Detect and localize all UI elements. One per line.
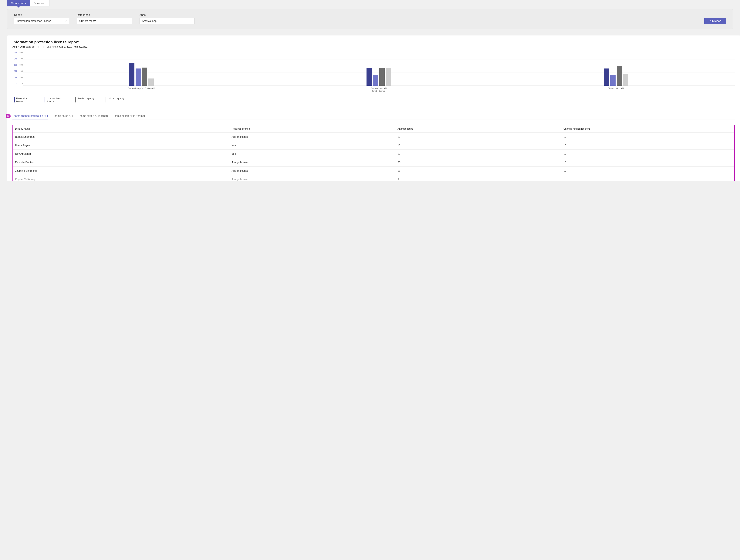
report-card: Information protection license report Au… xyxy=(7,35,740,181)
filter-date-select[interactable]: Current month xyxy=(77,18,132,24)
table-row[interactable]: Danielle BookerAssign license2010 xyxy=(13,158,734,166)
report-range-value: Aug 1, 2021 - Aug 30, 2021 xyxy=(59,45,87,48)
report-title: Information protection license report xyxy=(12,40,735,44)
filter-report-value: Information protection license xyxy=(17,19,51,22)
bar xyxy=(386,68,391,86)
cell-display-name: Babak Shammas xyxy=(13,133,229,141)
tab-patch-api[interactable]: Teams patch API xyxy=(53,114,73,119)
chart-legend: Users with license Users without license… xyxy=(12,97,735,107)
bar-group xyxy=(23,52,260,86)
chart-y-axis-left: 30k 24k 18k 12k 6k 0 xyxy=(12,52,17,86)
cell-attempt-count: 4 xyxy=(395,175,561,181)
cell-required-license[interactable]: Assign license xyxy=(229,158,395,166)
cell-change-sent: 10 xyxy=(561,141,734,150)
bar-group xyxy=(260,52,497,86)
legend-swatch xyxy=(44,97,45,102)
tab-download[interactable]: Download xyxy=(30,0,50,6)
cell-attempt-count: 12 xyxy=(395,133,561,141)
top-tabs: View reports Download xyxy=(7,0,740,6)
filter-apps-value: Archival app xyxy=(142,19,157,22)
chart-y-axis-right: 500 400 300 200 100 0 xyxy=(18,52,23,86)
bar-group-label: Teams export API(chat + teams) xyxy=(260,87,497,93)
bar xyxy=(604,69,609,86)
table-row[interactable]: Roy AppletonYes1210 xyxy=(13,150,734,158)
cell-change-sent: 10 xyxy=(561,158,734,166)
filter-date-label: Date range xyxy=(77,13,132,16)
cell-required-license: Yes xyxy=(229,150,395,158)
filter-date-group: Date range Current month xyxy=(77,13,132,24)
table-row[interactable]: Jazmine SimmonsAssign license1110 xyxy=(13,166,734,175)
legend-swatch xyxy=(14,97,15,102)
report-range-prefix: Date range: xyxy=(47,45,59,48)
th-change-sent[interactable]: Change notification sent xyxy=(561,125,734,133)
report-timestamp-date: Aug 7, 2021 xyxy=(12,45,25,48)
license-chart: 30k 24k 18k 12k 6k 0 500 400 300 200 100… xyxy=(12,52,735,96)
run-report-button[interactable]: Run report xyxy=(704,18,726,24)
table-row[interactable]: Krystal McKinneyAssign license4 xyxy=(13,175,734,181)
report-timestamp-time: 11:59 am (PT) xyxy=(25,45,40,48)
filter-apps-select[interactable]: Archival app xyxy=(140,18,195,24)
meta-separator: | xyxy=(43,45,43,48)
chart-x-labels: Teams change notification APITeams expor… xyxy=(23,87,735,93)
cell-display-name: Roy Appleton xyxy=(13,150,229,158)
table-row[interactable]: Babak ShammasAssign license1210 xyxy=(13,133,734,141)
cell-required-license[interactable]: Assign license xyxy=(229,133,395,141)
legend-seeded-capacity: Seeded capacity xyxy=(75,97,94,103)
th-attempt-count[interactable]: Attempt count xyxy=(395,125,561,133)
tab-export-chat[interactable]: Teams export APIs (chat) xyxy=(78,114,108,119)
bar xyxy=(623,74,628,86)
bar-group-label: Teams patch API xyxy=(497,87,735,93)
data-tabs: 10 Teams change notification API Teams p… xyxy=(12,114,735,119)
bar xyxy=(129,63,134,86)
cell-required-license[interactable]: Assign license xyxy=(229,175,395,181)
filter-panel: Report Information protection license Da… xyxy=(7,9,733,29)
bar xyxy=(617,66,622,86)
tab-export-teams[interactable]: Teams export APIs (teams) xyxy=(113,114,145,119)
filter-report-group: Report Information protection license xyxy=(14,13,69,24)
cell-display-name: Hilary Reyes xyxy=(13,141,229,150)
annotation-badge: 10 xyxy=(6,114,10,118)
cell-required-license: Yes xyxy=(229,141,395,150)
cell-change-sent: 10 xyxy=(561,150,734,158)
chevron-down-icon xyxy=(65,20,67,22)
cell-change-sent: 10 xyxy=(561,133,734,141)
tab-view-reports[interactable]: View reports xyxy=(7,0,30,6)
bar xyxy=(135,69,141,86)
filter-apps-label: Apps xyxy=(140,13,195,16)
cell-display-name: Danielle Booker xyxy=(13,158,229,166)
filter-date-value: Current month xyxy=(79,19,96,22)
cell-required-license[interactable]: Assign license xyxy=(229,166,395,175)
bar-group-label: Teams change notification API xyxy=(23,87,260,93)
filter-apps-group: Apps Archival app xyxy=(140,13,195,24)
th-display-name[interactable]: Display name ↓ xyxy=(13,125,229,133)
legend-users-without-license: Users without license xyxy=(44,97,64,103)
cell-display-name: Krystal McKinney xyxy=(13,175,229,181)
cell-display-name: Jazmine Simmons xyxy=(13,166,229,175)
cell-attempt-count: 11 xyxy=(395,166,561,175)
table-row[interactable]: Hilary ReyesYes1310 xyxy=(13,141,734,150)
th-required-license[interactable]: Required license xyxy=(229,125,395,133)
cell-change-sent xyxy=(561,175,734,181)
cell-attempt-count: 12 xyxy=(395,150,561,158)
cell-change-sent: 10 xyxy=(561,166,734,175)
bar xyxy=(373,75,378,86)
report-meta: Aug 7, 2021 11:59 am (PT) | Date range: … xyxy=(12,45,735,48)
legend-utilized-capacity: Utilized capacity xyxy=(106,97,124,103)
bar xyxy=(149,79,154,86)
legend-users-with-license: Users with license xyxy=(14,97,33,103)
chart-bars xyxy=(23,52,735,86)
cell-attempt-count: 20 xyxy=(395,158,561,166)
data-table: Display name ↓ Required license Attempt … xyxy=(13,125,734,181)
cell-attempt-count: 13 xyxy=(395,141,561,150)
sort-down-icon: ↓ xyxy=(32,128,33,130)
bar xyxy=(379,68,385,86)
filter-report-label: Report xyxy=(14,13,69,16)
filter-report-select[interactable]: Information protection license xyxy=(14,18,69,24)
tab-change-notification-api[interactable]: Teams change notification API xyxy=(12,114,48,119)
data-table-highlight: Display name ↓ Required license Attempt … xyxy=(12,125,735,181)
legend-swatch xyxy=(75,97,76,102)
bar xyxy=(610,75,616,86)
bar xyxy=(142,68,147,86)
bar xyxy=(367,68,372,86)
bar-group xyxy=(497,52,735,86)
